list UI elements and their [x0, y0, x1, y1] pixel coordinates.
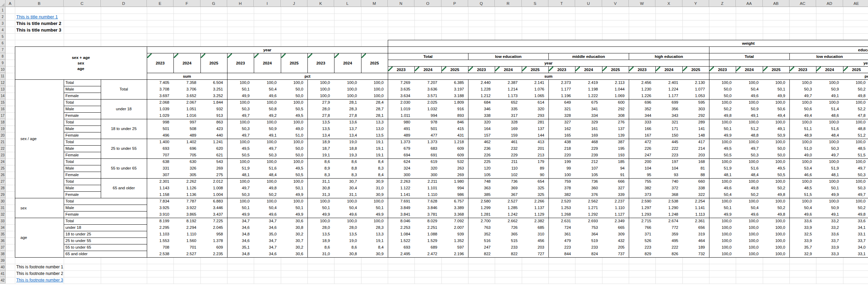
cell-Y29[interactable]: 322: [682, 191, 705, 198]
row-header-11[interactable]: 11: [0, 73, 6, 79]
cell-O12[interactable]: 7.207: [414, 79, 437, 86]
cell-Y35[interactable]: 319: [682, 231, 705, 238]
cell-E15[interactable]: 2.068: [147, 99, 169, 106]
cell-K12[interactable]: 100,0: [307, 79, 330, 86]
header-sum-left[interactable]: sum: [147, 73, 227, 79]
cell-L21[interactable]: 19,0: [334, 139, 357, 145]
cell-AD22[interactable]: 50,3: [816, 145, 839, 152]
cell-S16[interactable]: 320: [522, 106, 544, 112]
cell-U14[interactable]: 1.222: [575, 93, 598, 99]
cell-U16[interactable]: 341: [575, 106, 598, 112]
cell-V28[interactable]: 327: [602, 185, 625, 191]
row-header-29[interactable]: 29: [0, 191, 6, 198]
cell-AE35[interactable]: 33,1: [843, 231, 866, 238]
cell-H27[interactable]: 100,0: [227, 178, 250, 185]
cell-AA37[interactable]: 100,0: [736, 244, 759, 251]
cell-Y19[interactable]: 141: [682, 126, 705, 132]
cell-AC31[interactable]: 50,4: [789, 205, 812, 211]
cell-H17[interactable]: 49,7: [227, 112, 250, 119]
column-header-V[interactable]: V: [602, 0, 629, 7]
cell-G13[interactable]: 3.251: [200, 86, 223, 93]
cell-G12[interactable]: 6.504: [200, 79, 223, 86]
cell-Y37[interactable]: 189: [682, 244, 705, 251]
cell-AA16[interactable]: 50,9: [736, 106, 759, 112]
row-header-12[interactable]: 12: [0, 79, 6, 86]
header-year[interactable]: year: [147, 46, 388, 53]
cell-I26[interactable]: 48,4: [254, 172, 277, 178]
cell-Q12[interactable]: 2.440: [468, 79, 491, 86]
cell-F19[interactable]: 508: [173, 126, 196, 132]
cell-P32[interactable]: 3.368: [441, 211, 464, 218]
column-header-J[interactable]: J: [281, 0, 307, 7]
row-header-17[interactable]: 17: [0, 112, 6, 119]
cell-AE22[interactable]: 48,5: [843, 145, 866, 152]
cell-R30[interactable]: 2.527: [495, 198, 518, 205]
cell-K15[interactable]: 27,9: [307, 99, 330, 106]
cell-U18[interactable]: 329: [575, 119, 598, 126]
cell-H12[interactable]: 100,0: [227, 79, 250, 86]
cell-AA13[interactable]: 50,4: [736, 86, 759, 93]
cell-R33[interactable]: 2.662: [495, 218, 518, 224]
cell-AA15[interactable]: 100,0: [736, 99, 759, 106]
cell-W14[interactable]: 1.226: [629, 93, 651, 99]
cell-AD19[interactable]: 51,6: [816, 126, 839, 132]
cell-O21[interactable]: 1.373: [414, 139, 437, 145]
cell-E17[interactable]: 1.029: [147, 112, 169, 119]
cell-X15[interactable]: 699: [655, 99, 678, 106]
cell-AE29[interactable]: 49,7: [843, 191, 866, 198]
cell-W32[interactable]: 1.293: [629, 211, 651, 218]
row-header-32[interactable]: 32: [0, 211, 6, 218]
cell-S14[interactable]: 1.065: [522, 93, 544, 99]
cell-T28[interactable]: 378: [548, 185, 571, 191]
cell-E14[interactable]: 3.697: [147, 93, 169, 99]
cell-V17[interactable]: 308: [602, 112, 625, 119]
column-header-Z[interactable]: Z: [709, 0, 736, 7]
row-header-18[interactable]: 18: [0, 119, 6, 126]
cell-J32[interactable]: 49,9: [281, 211, 303, 218]
cell-R34[interactable]: 726: [495, 224, 518, 231]
cell-K13[interactable]: 100,0: [307, 86, 330, 93]
cell-AB25[interactable]: 49,5: [763, 165, 785, 172]
cell-AE15[interactable]: 100,0: [843, 99, 866, 106]
cell-M31[interactable]: 50,1: [361, 205, 384, 211]
cell-Y33[interactable]: 2.361: [682, 218, 705, 224]
cell-Z35[interactable]: 100,0: [709, 231, 732, 238]
cell-O13[interactable]: 3.636: [414, 86, 437, 93]
cell-Z15[interactable]: 100,0: [709, 99, 732, 106]
cell-V19[interactable]: 137: [602, 126, 625, 132]
cell-T22[interactable]: 218: [548, 145, 571, 152]
cell-H37[interactable]: 35,1: [227, 244, 250, 251]
cell-H20[interactable]: 49,7: [227, 132, 250, 139]
cell-AE20[interactable]: 51,2: [843, 132, 866, 139]
cell-L34[interactable]: 28,0: [334, 224, 357, 231]
cell-R26[interactable]: 102: [495, 172, 518, 178]
row-header-5[interactable]: 5: [0, 33, 6, 40]
cell-K23[interactable]: 19,1: [307, 152, 330, 158]
cell-Z34[interactable]: 100,0: [709, 224, 732, 231]
cell-J31[interactable]: 50,1: [281, 205, 303, 211]
cell-E33[interactable]: 8.199: [147, 218, 169, 224]
cell-J28[interactable]: 50,1: [281, 185, 303, 191]
cell-P25[interactable]: 263: [441, 165, 464, 172]
cell-X19[interactable]: 171: [655, 126, 678, 132]
cell-H29[interactable]: 50,3: [227, 191, 250, 198]
cell-N30[interactable]: 7.691: [388, 198, 410, 205]
cell-Y30[interactable]: 2.254: [682, 198, 705, 205]
cell-L18[interactable]: 13,6: [334, 119, 357, 126]
cell-N17[interactable]: 1.011: [388, 112, 410, 119]
cell-S29[interactable]: 325: [522, 191, 544, 198]
cell-W12[interactable]: 2.456: [629, 79, 651, 86]
cell-U24[interactable]: 212: [575, 158, 598, 165]
cell-Z12[interactable]: 100,0: [709, 79, 732, 86]
cell-Z17[interactable]: 49,8: [709, 112, 732, 119]
cell-P31[interactable]: 3.389: [441, 205, 464, 211]
cell-J14[interactable]: 50,0: [281, 93, 303, 99]
stub-sex-27[interactable]: Total: [65, 178, 100, 185]
cell-I27[interactable]: 100,0: [254, 178, 277, 185]
cell-M29[interactable]: 30,9: [361, 191, 384, 198]
cell-G22[interactable]: 620: [200, 145, 223, 152]
stub-label-37[interactable]: 55 to under 65: [65, 244, 142, 251]
cell-T35[interactable]: 361: [548, 231, 571, 238]
cell-X20[interactable]: 150: [655, 132, 678, 139]
cell-S21[interactable]: 413: [522, 139, 544, 145]
